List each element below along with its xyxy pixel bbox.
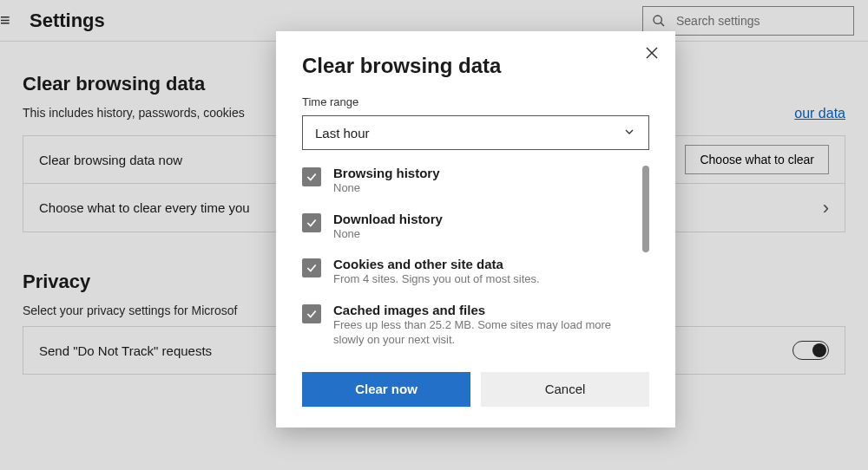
close-icon	[644, 45, 660, 61]
option-label: Cached images and files	[333, 303, 628, 317]
checkmark-icon	[306, 217, 318, 229]
checkmark-icon	[306, 171, 318, 183]
option-cookies: Cookies and other site data From 4 sites…	[302, 257, 632, 287]
dialog-title: Clear browsing data	[302, 54, 649, 78]
checkbox-browsing-history[interactable]	[302, 167, 321, 186]
option-label: Download history	[333, 212, 443, 226]
checkbox-cached[interactable]	[302, 304, 321, 323]
option-desc: Frees up less than 25.2 MB. Some sites m…	[333, 317, 628, 348]
checkmark-icon	[306, 262, 318, 274]
option-desc: None	[333, 226, 443, 242]
cancel-button[interactable]: Cancel	[481, 372, 649, 407]
option-download-history: Download history None	[302, 212, 632, 242]
clear-options-list: Browsing history None Download history N…	[302, 166, 649, 363]
time-range-select[interactable]: Last hour	[302, 115, 649, 150]
checkmark-icon	[306, 308, 318, 320]
option-cached: Cached images and files Frees up less th…	[302, 303, 632, 348]
option-label: Cookies and other site data	[333, 257, 540, 271]
close-button[interactable]	[644, 45, 661, 62]
option-label: Browsing history	[333, 166, 440, 180]
time-range-label: Time range	[302, 95, 649, 108]
scrollbar-thumb[interactable]	[642, 166, 649, 252]
clear-browsing-dialog: Clear browsing data Time range Last hour…	[276, 31, 675, 428]
option-browsing-history: Browsing history None	[302, 166, 632, 196]
chevron-down-icon	[622, 125, 636, 141]
option-desc: None	[333, 180, 440, 196]
checkbox-download-history[interactable]	[302, 213, 321, 232]
clear-now-button[interactable]: Clear now	[302, 372, 470, 407]
time-range-value: Last hour	[315, 126, 370, 140]
option-desc: From 4 sites. Signs you out of most site…	[333, 271, 540, 287]
checkbox-cookies[interactable]	[302, 258, 321, 277]
